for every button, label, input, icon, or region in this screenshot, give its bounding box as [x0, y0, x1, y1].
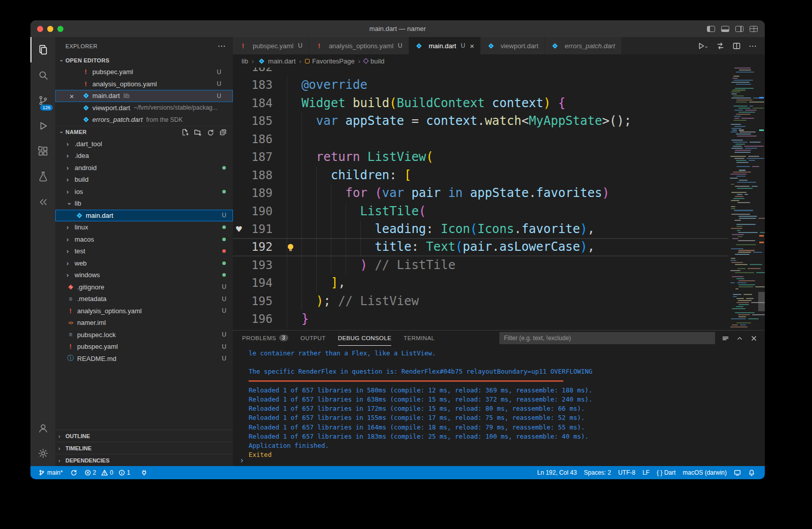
status-eol[interactable]: LF	[639, 466, 653, 479]
activity-explorer[interactable]	[30, 37, 55, 62]
status-cursor-position[interactable]: Ln 192, Col 43	[534, 466, 581, 479]
tree-item-pubspec.yaml[interactable]: !pubspec.yamlU	[55, 341, 233, 353]
status-notifications[interactable]	[745, 466, 759, 479]
section-outline[interactable]: OUTLINE	[55, 429, 233, 442]
tree-item-analysis_options.yaml[interactable]: !analysis_options.yamlU	[55, 305, 233, 317]
console-options-icon[interactable]	[722, 335, 729, 342]
status-os-target[interactable]: macOS (darwin)	[679, 466, 730, 479]
code-editor[interactable]: 182183 @override184 Widget build(BuildCo…	[233, 68, 765, 330]
file-name: viewport.dart	[92, 104, 130, 112]
open-editor-pubspec.yaml[interactable]: !pubspec.yamlU	[55, 66, 233, 78]
open-editor-main.dart[interactable]: ×main.dartlibU	[55, 90, 233, 102]
breadcrumb-lib[interactable]: lib	[242, 57, 248, 65]
breadcrumb-build[interactable]: build	[364, 57, 384, 65]
collapse-all-button[interactable]	[219, 128, 227, 136]
tree-item-.metadata[interactable]: ≡.metadataU	[55, 293, 233, 305]
settings-icon	[37, 447, 49, 459]
open-editor-errors_patch.dart[interactable]: errors_patch.dartfrom the SDK	[55, 114, 233, 126]
project-section-header[interactable]: NAMER	[55, 126, 233, 138]
console-filter-input[interactable]	[499, 332, 715, 344]
tree-item-.dart_tool[interactable]: .dart_tool	[55, 138, 233, 150]
refresh-button[interactable]	[207, 128, 214, 136]
status-debug-session[interactable]	[137, 466, 151, 479]
panel-tab-debug-console[interactable]: DEBUG CONSOLE	[338, 330, 392, 346]
status-problems[interactable]: 201	[81, 466, 137, 479]
close-window-button[interactable]	[37, 26, 43, 32]
status-encoding[interactable]: UTF-8	[615, 466, 639, 479]
activity-references[interactable]	[30, 189, 55, 215]
line-number: 194	[233, 274, 273, 292]
status-git-branch[interactable]: main*	[35, 466, 66, 479]
section-timeline[interactable]: TIMELINE	[55, 442, 233, 454]
status-remote[interactable]	[730, 466, 745, 479]
new-file-button[interactable]	[181, 128, 189, 136]
run-file-button[interactable]: ⌄	[697, 42, 708, 50]
tree-item-README.md[interactable]: ⓘREADME.mdU	[55, 353, 233, 365]
debug-console-output[interactable]: le container rather than a Flex, like a …	[233, 346, 765, 466]
tree-item-.idea[interactable]: .idea	[55, 150, 233, 162]
activity-account[interactable]	[30, 415, 55, 441]
tab-pubspec.yaml[interactable]: !pubspec.yamlU	[233, 37, 309, 54]
toggle-primary-sidebar-icon[interactable]	[707, 26, 715, 32]
breadcrumb-FavoritesPage[interactable]: FavoritesPage	[305, 57, 355, 65]
tab-analysis_options.yaml[interactable]: !analysis_options.yamlU	[309, 37, 409, 54]
split-editor-button[interactable]	[732, 42, 741, 50]
explorer-more-actions-icon[interactable]	[218, 41, 226, 51]
activity-testing[interactable]	[30, 164, 55, 189]
tab-viewport.dart[interactable]: viewport.dart	[481, 37, 545, 54]
more-actions-button[interactable]	[749, 41, 757, 51]
tree-item-linux[interactable]: linux	[55, 221, 233, 234]
open-editor-viewport.dart[interactable]: viewport.dart~/fvm/versions/stable/packa…	[55, 102, 233, 114]
open-editors-header[interactable]: OPEN EDITORS	[55, 55, 233, 66]
tree-item-macos[interactable]: macos	[55, 234, 233, 246]
panel-tab-problems[interactable]: PROBLEMS3	[242, 330, 288, 346]
console-prompt[interactable]: ›	[240, 456, 244, 465]
tree-item-android[interactable]: android	[55, 162, 233, 174]
titlebar[interactable]: main.dart — namer	[30, 20, 765, 37]
breadcrumb-main.dart[interactable]: main.dart	[257, 57, 295, 65]
tree-item-lib[interactable]: lib	[55, 197, 233, 210]
git-status-badge: U	[222, 331, 233, 338]
tree-item-.gitignore[interactable]: .gitignoreU	[55, 281, 233, 293]
tree-item-test[interactable]: test	[55, 245, 233, 257]
tree-item-build[interactable]: build	[55, 174, 233, 186]
activity-run-debug[interactable]	[30, 113, 55, 139]
activity-extensions[interactable]	[30, 139, 55, 164]
zoom-window-button[interactable]	[57, 26, 63, 32]
tree-item-namer.iml[interactable]: <>namer.iml	[55, 317, 233, 329]
close-tab-icon[interactable]: ×	[470, 42, 475, 50]
dart-file-icon	[415, 43, 423, 49]
tab-errors_patch.dart[interactable]: errors_patch.dart	[545, 37, 622, 54]
maximize-panel-icon[interactable]	[736, 335, 743, 342]
close-panel-icon[interactable]	[750, 335, 758, 342]
new-folder-button[interactable]	[194, 128, 201, 136]
open-editor-analysis_options.yaml[interactable]: !analysis_options.yamlU	[55, 78, 233, 90]
activity-settings[interactable]	[30, 441, 55, 466]
panel-tab-terminal[interactable]: TERMINAL	[403, 330, 434, 346]
tree-item-main.dart[interactable]: main.dartU	[55, 210, 233, 222]
status-indentation[interactable]: Spaces: 2	[581, 466, 615, 479]
scrollbar-thumb[interactable]	[758, 292, 765, 311]
section-dependencies[interactable]: DEPENDENCIES	[55, 454, 233, 466]
open-changes-button[interactable]	[716, 42, 725, 50]
tree-item-ios[interactable]: ios	[55, 186, 233, 198]
file-name: .metadata	[77, 295, 107, 303]
status-language-mode[interactable]: { } Dart	[653, 466, 679, 479]
tree-item-pubspec.lock[interactable]: ≡pubspec.lockU	[55, 329, 233, 341]
panel-tab-output[interactable]: OUTPUT	[300, 330, 326, 346]
bell-icon	[748, 469, 755, 476]
toggle-panel-icon[interactable]	[721, 26, 729, 32]
tree-item-windows[interactable]: windows	[55, 269, 233, 281]
status-sync[interactable]	[66, 466, 81, 479]
minimize-window-button[interactable]	[47, 26, 53, 32]
toggle-secondary-sidebar-icon[interactable]	[735, 26, 743, 32]
activity-search[interactable]	[30, 62, 55, 88]
customize-layout-icon[interactable]	[750, 26, 758, 32]
tab-main.dart[interactable]: main.dartU×	[409, 37, 481, 54]
activity-source-control[interactable]: 126	[30, 88, 55, 113]
tree-item-web[interactable]: web	[55, 257, 233, 270]
close-editor-icon[interactable]: ×	[70, 91, 74, 100]
minimap[interactable]	[728, 68, 765, 330]
lightbulb-icon[interactable]	[288, 244, 293, 249]
method-symbol-icon	[363, 58, 368, 63]
